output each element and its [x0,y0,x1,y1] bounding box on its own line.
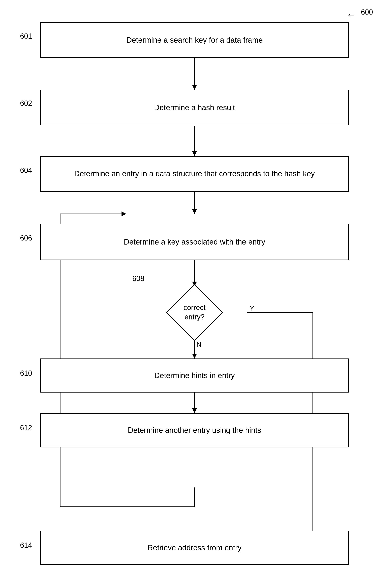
svg-marker-3 [192,151,197,156]
node-602: Determine a hash result [40,90,349,125]
node-614: Retrieve address from entry [40,531,349,565]
ref-602: 602 [20,99,32,108]
node-610: Determine hints in entry [40,359,349,392]
node-612: Determine another entry using the hints [40,413,349,448]
diamond-line2: entry? [185,313,204,321]
svg-marker-1 [192,85,197,90]
node-601: Determine a search key for a data frame [40,22,349,58]
node-604: Determine an entry in a data structure t… [40,156,349,192]
ref-608: 608 [132,274,144,283]
ref-606: 606 [20,234,32,242]
svg-marker-9 [192,354,197,359]
svg-marker-5 [192,209,197,214]
ref-612: 612 [20,423,32,432]
arrow-600: ← [346,9,356,20]
node-606: Determine a key associated with the entr… [40,224,349,260]
no-label: N [196,340,201,348]
diamond-line1: correct [184,303,205,312]
node-608: correct entry? [168,286,221,338]
ref-610: 610 [20,369,32,378]
flowchart-diagram: 600 ← Y [0,0,389,588]
ref-604: 604 [20,166,32,175]
diagram-ref-number: 600 [361,8,373,16]
svg-marker-16 [122,212,126,216]
yes-label: Y [250,305,254,312]
ref-614: 614 [20,541,32,550]
svg-marker-11 [192,408,197,413]
ref-601: 601 [20,32,32,40]
